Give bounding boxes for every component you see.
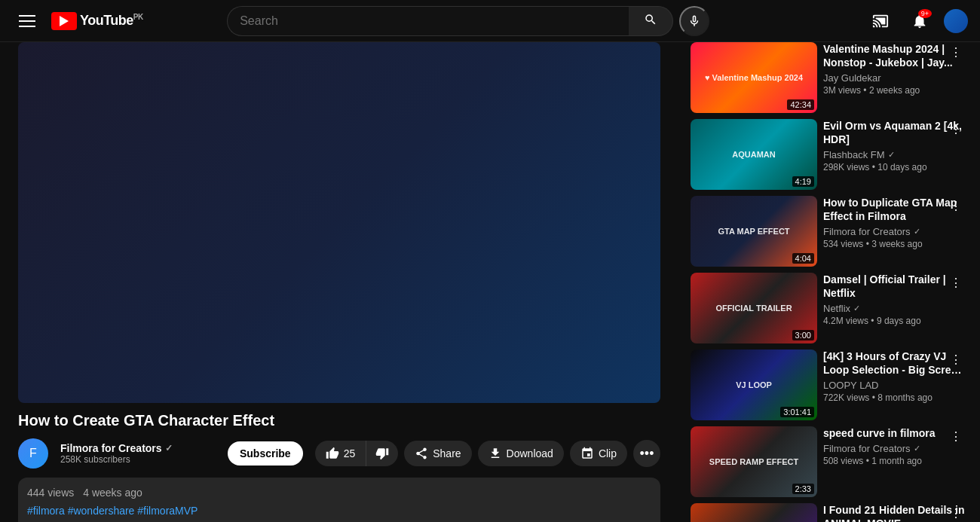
duration-badge: 3:01:41	[780, 407, 814, 417]
channel-name: Filmora for Creators ✓	[60, 442, 216, 454]
sidebar-video-title: I Found 21 Hidden Details in ANIMAL MOVI…	[823, 503, 965, 522]
mic-button[interactable]	[679, 6, 709, 36]
search-icon	[644, 13, 657, 26]
youtube-region: PK	[133, 13, 143, 21]
sidebar-thumbnail: AQUAMAN 4:19	[691, 119, 817, 190]
sidebar-video-info: [4K] 3 Hours of Crazy VJ Loop Selection …	[823, 350, 965, 420]
description-box[interactable]: 444 views 4 weeks ago #filmora #wondersh…	[18, 478, 660, 522]
sidebar-more-button[interactable]: ⋮	[947, 196, 965, 216]
sidebar-more-button[interactable]: ⋮	[947, 426, 965, 447]
menu-button[interactable]	[12, 6, 42, 36]
sidebar-thumbnail: VJ LOOP 3:01:41	[691, 350, 817, 420]
sidebar-thumbnail: SPEED RAMP EFFECT 2:33	[691, 426, 817, 497]
share-button[interactable]: Share	[404, 441, 471, 466]
sidebar-meta: 534 views • 3 weeks ago	[823, 239, 965, 249]
youtube-logo-icon	[51, 12, 77, 30]
cast-button[interactable]	[865, 6, 896, 36]
thumb-label: OFFICIAL TRAILER	[712, 301, 795, 316]
sidebar-more-button[interactable]: ⋮	[947, 273, 965, 293]
like-button[interactable]: 25	[315, 441, 366, 466]
verified-check: ✓	[853, 304, 860, 313]
thumb-label: GTA MAP EFFECT	[715, 224, 792, 239]
download-icon	[488, 447, 502, 460]
sidebar-video-item[interactable]: AQUAMAN 4:19 Evil Orm vs Aquaman 2 [4k, …	[691, 119, 965, 190]
thumb-label: AQUAMAN	[729, 147, 778, 162]
download-button[interactable]: Download	[478, 441, 564, 466]
sidebar-channel-name: LOOPY LAD	[823, 380, 965, 391]
cast-icon	[872, 13, 889, 29]
header: YouTubePK 9+	[0, 0, 980, 42]
channel-row: F Filmora for Creators ✓ 258K subscriber…	[18, 438, 660, 469]
verified-badge: ✓	[165, 443, 173, 453]
search-input[interactable]	[227, 6, 629, 36]
sidebar-video-title: How to Duplicate GTA Map Effect in Filmo…	[823, 196, 965, 223]
user-avatar[interactable]	[944, 9, 968, 33]
mic-icon	[688, 14, 701, 28]
description-meta: 444 views 4 weeks ago	[27, 487, 651, 499]
sidebar-video-title: [4K] 3 Hours of Crazy VJ Loop Selection …	[823, 350, 965, 377]
sidebar-thumbnail: ♥ Valentine Mashup 2024 42:34	[691, 42, 817, 113]
sidebar-video-title: Valentine Mashup 2024 | Nonstop - Jukebo…	[823, 42, 965, 69]
share-icon	[415, 447, 428, 460]
sidebar-channel-name: Filmora for Creators ✓	[823, 226, 965, 237]
video-title: How to Create GTA Character Effect	[18, 412, 660, 429]
sidebar-thumbnail: OFFICIAL TRAILER 3:00	[691, 273, 817, 343]
sidebar-thumbnail: 21 HIDDEN DETAILS 7:42	[691, 503, 817, 522]
action-buttons: 25 Share Download Clip	[315, 440, 660, 467]
duration-badge: 3:00	[792, 330, 814, 340]
verified-check: ✓	[914, 227, 920, 237]
channel-info: Filmora for Creators ✓ 258K subscribers	[60, 442, 216, 465]
video-placeholder	[18, 42, 660, 403]
main-content: How to Create GTA Character Effect F Fil…	[0, 42, 980, 522]
sidebar-video-item[interactable]: 21 HIDDEN DETAILS 7:42 I Found 21 Hidden…	[691, 503, 965, 522]
sidebar-more-button[interactable]: ⋮	[947, 42, 965, 63]
subscriber-count: 258K subscribers	[60, 454, 216, 465]
sidebar-video-info: Valentine Mashup 2024 | Nonstop - Jukebo…	[823, 42, 965, 113]
sidebar-meta: 4.2M views • 9 days ago	[823, 316, 965, 326]
clip-button[interactable]: Clip	[570, 441, 627, 466]
clip-icon	[580, 447, 594, 460]
sidebar-channel-name: Jay Guldekar	[823, 72, 965, 84]
sidebar-video-info: Damsel | Official Trailer | Netflix Netf…	[823, 273, 965, 343]
sidebar-video-item[interactable]: VJ LOOP 3:01:41 [4K] 3 Hours of Crazy VJ…	[691, 350, 965, 420]
video-section: How to Create GTA Character Effect F Fil…	[0, 42, 678, 522]
like-dislike-group: 25	[315, 441, 399, 466]
search-container	[227, 6, 709, 36]
sidebar-video-item[interactable]: GTA MAP EFFECT 4:04 How to Duplicate GTA…	[691, 196, 965, 267]
duration-badge: 4:04	[792, 253, 814, 264]
sidebar-video-item[interactable]: OFFICIAL TRAILER 3:00 Damsel | Official …	[691, 273, 965, 343]
sidebar-video-title: Evil Orm vs Aquaman 2 [4k, HDR]	[823, 119, 965, 146]
right-sidebar: ♥ Valentine Mashup 2024 42:34 Valentine …	[678, 42, 965, 522]
sidebar-meta: 508 views • 1 month ago	[823, 456, 965, 466]
duration-badge: 42:34	[787, 99, 814, 110]
video-player[interactable]	[18, 42, 660, 403]
youtube-logo-text: YouTubePK	[80, 13, 143, 29]
duration-badge: 4:19	[792, 176, 814, 187]
thumb-label: VJ LOOP	[733, 377, 775, 392]
subscribe-button[interactable]: Subscribe	[228, 441, 303, 466]
thumbs-down-icon	[375, 447, 389, 460]
sidebar-channel-name: Netflix ✓	[823, 303, 965, 314]
verified-check: ✓	[914, 444, 920, 453]
sidebar-meta: 298K views • 10 days ago	[823, 162, 965, 172]
sidebar-meta: 3M views • 2 weeks ago	[823, 85, 965, 96]
sidebar-thumbnail: GTA MAP EFFECT 4:04	[691, 196, 817, 267]
youtube-logo[interactable]: YouTubePK	[51, 12, 143, 30]
channel-avatar: F	[18, 438, 48, 469]
sidebar-video-info: speed curve in filmora Filmora for Creat…	[823, 426, 965, 497]
search-button[interactable]	[629, 6, 673, 36]
sidebar-more-button[interactable]: ⋮	[947, 350, 965, 370]
thumb-label: ♥ Valentine Mashup 2024	[702, 70, 806, 85]
sidebar-video-item[interactable]: ♥ Valentine Mashup 2024 42:34 Valentine …	[691, 42, 965, 113]
header-right: 9+	[865, 6, 968, 36]
sidebar-channel-name: Filmora for Creators ✓	[823, 443, 965, 454]
sidebar-video-info: How to Duplicate GTA Map Effect in Filmo…	[823, 196, 965, 267]
notification-button[interactable]: 9+	[905, 6, 935, 36]
more-actions-button[interactable]: •••	[633, 440, 660, 467]
sidebar-video-item[interactable]: SPEED RAMP EFFECT 2:33 speed curve in fi…	[691, 426, 965, 497]
sidebar-video-list: ♥ Valentine Mashup 2024 42:34 Valentine …	[691, 42, 965, 522]
sidebar-more-button[interactable]: ⋮	[947, 119, 965, 139]
sidebar-more-button[interactable]: ⋮	[947, 503, 965, 522]
dislike-button[interactable]	[366, 441, 398, 466]
sidebar-video-title: speed curve in filmora	[823, 426, 965, 440]
